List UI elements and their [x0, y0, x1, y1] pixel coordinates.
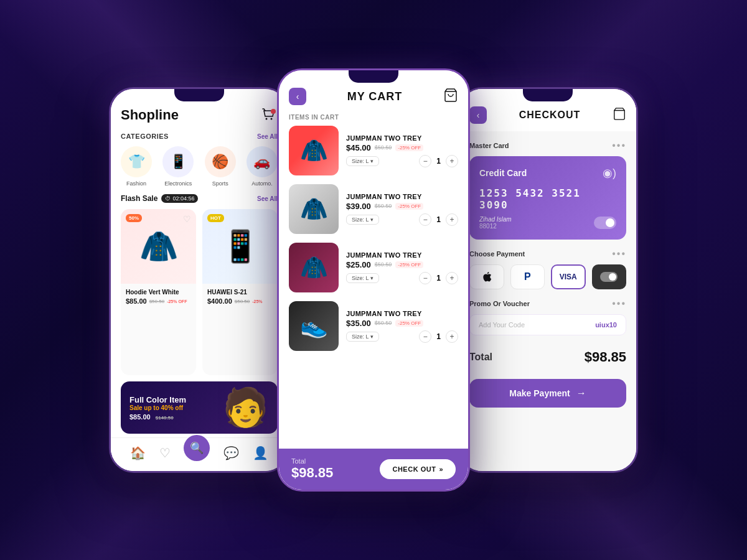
checkout-total-label: Total [469, 352, 492, 363]
qty-control-4: − 1 + [419, 330, 458, 343]
flash-sale-label: Flash Sale [121, 194, 157, 203]
cc-number: 1253 5432 3521 3090 [479, 187, 616, 211]
ci-price-2: $39.00 [346, 202, 371, 211]
cc-toggle[interactable] [594, 217, 616, 229]
qty-plus-2[interactable]: + [446, 213, 458, 226]
sports-label: Sports [212, 180, 228, 187]
cart-bag-icon[interactable] [443, 88, 458, 105]
qty-plus-3[interactable]: + [446, 272, 458, 284]
cart-title: MY CART [347, 90, 403, 103]
category-auto[interactable]: 🚗 Automo. [247, 146, 278, 187]
visa-pay[interactable]: VISA [551, 264, 586, 289]
master-card-menu[interactable]: ••• [612, 140, 626, 151]
svg-point-0 [266, 118, 268, 120]
category-fashion[interactable]: 👕 Fashion [121, 146, 152, 187]
product-name-1: Hoodie Vert White [126, 289, 191, 296]
shopline-screen: Shopline CATEGORIES See All [111, 89, 288, 471]
heart-icon-1[interactable]: ♡ [183, 214, 191, 224]
cart-item-4: 👟 JUMPMAN TWO TREY $35.00 $50.50 -25% OF… [289, 301, 458, 351]
cc-wifi-icon: ◉) [603, 166, 616, 180]
flash-timer: ⏱ 02:04:56 [161, 194, 198, 203]
cart-footer: Total $98.85 CHECK OUT » [279, 449, 468, 490]
promo-title: Full Color Item [129, 395, 186, 404]
auto-icon-bg: 🚗 [247, 146, 278, 177]
master-card-label: Master Card [469, 142, 509, 149]
product-card-1[interactable]: 🧥 50% ♡ Hoodie Vert White $85.00 $50.50 … [121, 209, 196, 375]
ci-name-1: JUMPMAN TWO TREY [346, 134, 458, 142]
items-in-cart-label: ITEMS IN CART [279, 111, 468, 126]
promo-price: $85.00 $140.50 [129, 413, 186, 421]
cc-expiry: 88012 [479, 223, 512, 230]
checkout-bag-icon[interactable] [613, 107, 626, 123]
categories-section: CATEGORIES See All 👕 Fashion 📱 Electroni… [111, 130, 288, 189]
size-selector-3[interactable]: Size: L ▾ [346, 273, 379, 283]
svg-point-2 [271, 109, 276, 114]
promo-input-row: Add Your Code uiux10 [469, 314, 626, 335]
qty-plus-1[interactable]: + [446, 155, 458, 167]
product-img-1: 🧥 50% ♡ [121, 209, 196, 284]
cart-item-3: 🧥 JUMPMAN TWO TREY $25.00 $50.50 -25% OF… [289, 243, 458, 292]
size-selector-2[interactable]: Size: L ▾ [346, 215, 379, 225]
checkout-title: CHECKOUT [519, 110, 581, 121]
nav-home[interactable]: 🏠 [130, 446, 146, 460]
product-name-2: HUAWEI S-21 [207, 289, 273, 296]
promo-section: Promo Or Voucher ••• Add Your Code uiux1… [469, 298, 626, 335]
cart-total-amount: $98.85 [291, 465, 333, 481]
payment-methods: P VISA [469, 264, 626, 289]
notch-3 [523, 89, 573, 101]
categories-see-all[interactable]: See All [257, 133, 278, 140]
product-card-2[interactable]: 📱 HOT HUAWEI S-21 $400.00 $50.50 -25% [202, 209, 278, 375]
credit-card: Credit Card ◉) 1253 5432 3521 3090 Zihad… [469, 156, 626, 240]
qty-num-2: 1 [436, 215, 441, 224]
promo-sale-text: Sale up to 40% off [129, 404, 186, 411]
notch-1 [174, 89, 224, 101]
payment-menu[interactable]: ••• [612, 248, 626, 259]
qty-plus-4[interactable]: + [446, 330, 458, 343]
product-price-1: $85.00 [126, 297, 147, 305]
svg-point-1 [271, 118, 273, 120]
cart-item-img-4: 👟 [289, 301, 339, 351]
checkout-button[interactable]: CHECK OUT » [380, 459, 456, 479]
size-selector-1[interactable]: Size: L ▾ [346, 156, 379, 166]
promo-placeholder[interactable]: Add Your Code [479, 321, 525, 329]
flash-sale-header: Flash Sale ⏱ 02:04:56 See All [111, 189, 288, 207]
promo-menu[interactable]: ••• [612, 298, 626, 309]
shopline-title: Shopline [121, 107, 179, 123]
category-electronics[interactable]: 📱 Electronics [162, 146, 194, 187]
categories-title: CATEGORIES [121, 133, 169, 140]
cart-item-img-2: 🧥 [289, 184, 339, 234]
qty-minus-2[interactable]: − [419, 213, 431, 226]
notch-2 [349, 70, 398, 83]
flash-see-all[interactable]: See All [257, 195, 278, 202]
nav-chat[interactable]: 💬 [223, 446, 239, 460]
make-payment-button[interactable]: Make Payment → [469, 379, 626, 408]
category-sports[interactable]: 🏀 Sports [205, 146, 236, 187]
apple-pay[interactable] [469, 264, 504, 289]
electronics-label: Electronics [164, 180, 192, 187]
promo-banner[interactable]: Full Color Item Sale up to 40% off $85.0… [121, 381, 278, 434]
qty-num-3: 1 [436, 274, 441, 282]
product-price-2: $400.00 [207, 297, 232, 305]
ci-price-3: $25.00 [346, 260, 371, 269]
cart-item-1: 🧥 JUMPMAN TWO TREY $45.00 $50.50 -25% OF… [289, 126, 458, 175]
toggle-payment[interactable] [592, 264, 626, 289]
qty-minus-1[interactable]: − [419, 155, 431, 167]
qty-minus-3[interactable]: − [419, 272, 431, 284]
checkout-body: Master Card ••• Credit Card ◉) 1253 5432… [459, 131, 636, 471]
nav-profile[interactable]: 👤 [253, 446, 268, 460]
promo-code: uiux10 [595, 321, 617, 329]
cart-item-img-3: 🧥 [289, 243, 339, 292]
size-selector-4[interactable]: Size: L ▾ [346, 332, 379, 342]
paypal-pay[interactable]: P [510, 264, 545, 289]
promo-section-label: Promo Or Voucher [469, 300, 530, 307]
nav-wishlist[interactable]: ♡ [159, 446, 171, 460]
cart-back-button[interactable]: ‹ [289, 88, 306, 105]
qty-control-1: − 1 + [419, 155, 458, 167]
cart-total-label: Total [291, 457, 333, 465]
choose-payment-section: Choose Payment ••• P VISA [469, 248, 626, 289]
cart-icon[interactable] [260, 106, 278, 124]
nav-search[interactable]: 🔍 [184, 435, 210, 461]
choose-payment-label: Choose Payment [469, 250, 525, 258]
checkout-back-button[interactable]: ‹ [469, 106, 487, 124]
qty-minus-4[interactable]: − [419, 330, 431, 343]
